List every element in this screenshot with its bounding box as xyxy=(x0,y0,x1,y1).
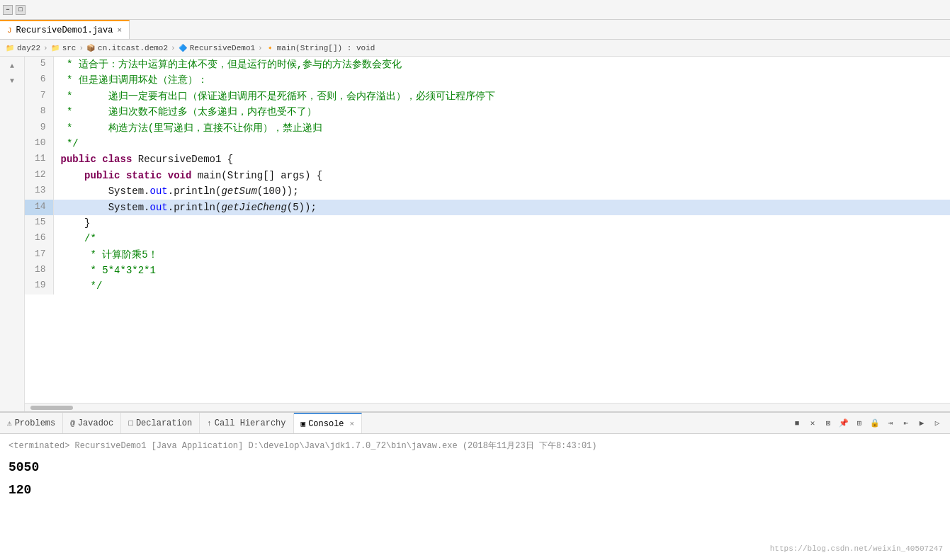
title-bar: − □ xyxy=(0,0,950,20)
console-content: <terminated> RecursiveDemo1 [Java Applic… xyxy=(0,434,950,560)
src-icon: 📁 xyxy=(51,44,60,52)
breadcrumb-day22[interactable]: day22 xyxy=(17,44,40,52)
javadoc-tab-label: Javadoc xyxy=(78,418,113,428)
line-number: 6 xyxy=(25,72,53,88)
problems-tab-icon: ⚠ xyxy=(7,418,12,428)
callhierarchy-tab-label: Call Hierarchy xyxy=(215,418,286,428)
line-number: 11 xyxy=(25,152,53,167)
line-content: public static void main(String[] args) { xyxy=(53,168,950,183)
line-content: */ xyxy=(53,136,950,152)
pin-button[interactable]: 📌 xyxy=(837,416,851,430)
left-gutter: ▲ ▼ xyxy=(0,57,25,411)
scroll-thumb[interactable] xyxy=(30,406,73,410)
line-number: 13 xyxy=(25,183,53,199)
line-number: 10 xyxy=(25,136,53,152)
stop-button[interactable]: ■ xyxy=(790,416,804,430)
line-content: /* xyxy=(53,231,950,246)
console-output-line-2: 120 xyxy=(9,479,941,501)
line-number: 5 xyxy=(25,57,53,72)
line-content: * 递归次数不能过多（太多递归，内存也受不了） xyxy=(53,104,950,120)
editor-area: 5 * 适合于：方法中运算的主体不变，但是运行的时候,参与的方法参数会变化6 *… xyxy=(25,57,950,411)
code-table: 5 * 适合于：方法中运算的主体不变，但是运行的时候,参与的方法参数会变化6 *… xyxy=(25,57,950,295)
line-number: 9 xyxy=(25,120,53,136)
line-number: 17 xyxy=(25,247,53,263)
problems-tab-label: Problems xyxy=(15,418,56,428)
minimize-button[interactable]: − xyxy=(3,5,13,15)
horizontal-scrollbar[interactable] xyxy=(25,403,950,411)
tab-filename: RecursiveDemo1.java xyxy=(16,25,113,35)
line-content: public class RecursiveDemo1 { xyxy=(53,152,950,167)
tab-close-button[interactable]: × xyxy=(117,26,122,35)
line-number: 8 xyxy=(25,104,53,120)
line-content: } xyxy=(53,215,950,231)
line-content: * 计算阶乘5！ xyxy=(53,247,950,263)
collapse-down-button[interactable]: ▼ xyxy=(9,76,16,86)
bottom-panel: ⚠Problems@Javadoc□Declaration↑Call Hiera… xyxy=(0,411,950,560)
console-toolbar: ■ ✕ ⊠ 📌 ⊞ 🔒 ⇥ ⇤ ▶ ▷ xyxy=(790,416,950,430)
breadcrumb-class[interactable]: RecursiveDemo1 xyxy=(190,44,255,52)
line-number: 18 xyxy=(25,263,53,278)
window-controls: − □ xyxy=(3,5,26,15)
line-content: System.out.println(getJieCheng(5)); xyxy=(53,200,950,215)
line-content: * 5*4*3*2*1 xyxy=(53,263,950,278)
line-content: */ xyxy=(53,278,950,294)
java-file-icon: J xyxy=(7,26,12,35)
code-container[interactable]: 5 * 适合于：方法中运算的主体不变，但是运行的时候,参与的方法参数会变化6 *… xyxy=(25,57,950,403)
line-number: 12 xyxy=(25,168,53,183)
scroll-lock-button[interactable]: 🔒 xyxy=(868,416,882,430)
console-terminated-text: <terminated> RecursiveDemo1 [Java Applic… xyxy=(9,440,941,452)
line-number: 19 xyxy=(25,278,53,294)
remove-button[interactable]: ✕ xyxy=(805,416,820,430)
console-tab-label: Console xyxy=(308,419,344,429)
line-content: * 适合于：方法中运算的主体不变，但是运行的时候,参与的方法参数会变化 xyxy=(53,57,950,72)
console-tab-close[interactable]: × xyxy=(350,420,355,428)
bottom-tab-console[interactable]: ▣Console× xyxy=(294,413,363,433)
bottom-tab-problems[interactable]: ⚠Problems xyxy=(0,413,63,433)
view-menu-button[interactable]: ▷ xyxy=(930,416,944,430)
line-number: 15 xyxy=(25,215,53,231)
console-output-line-1: 5050 xyxy=(9,456,941,479)
declaration-tab-icon: □ xyxy=(128,419,133,428)
word-wrap-button[interactable]: ⇥ xyxy=(883,416,898,430)
line-content: System.out.println(getSum(100)); xyxy=(53,183,950,199)
javadoc-tab-icon: @ xyxy=(70,419,75,428)
tab-bar: J RecursiveDemo1.java × xyxy=(0,20,950,40)
open-console-button[interactable]: ▶ xyxy=(915,416,929,430)
new-console-button[interactable]: ⊞ xyxy=(852,416,866,430)
line-number: 7 xyxy=(25,88,53,104)
bottom-tab-declaration[interactable]: □Declaration xyxy=(121,413,200,433)
bottom-tab-bar: ⚠Problems@Javadoc□Declaration↑Call Hiera… xyxy=(0,413,950,434)
callhierarchy-tab-icon: ↑ xyxy=(207,419,212,428)
bottom-tab-callhierarchy[interactable]: ↑Call Hierarchy xyxy=(200,413,293,433)
breadcrumb: 📁 day22 › 📁 src › 📦 cn.itcast.demo2 › 🔷 … xyxy=(0,40,950,57)
editor-tab-recursive[interactable]: J RecursiveDemo1.java × xyxy=(0,20,130,39)
class-icon: 🔷 xyxy=(179,44,187,52)
breadcrumb-src[interactable]: src xyxy=(62,44,77,52)
console-tab-icon: ▣ xyxy=(301,419,306,428)
folder-icon: 📁 xyxy=(6,44,14,52)
declaration-tab-label: Declaration xyxy=(136,418,192,428)
breadcrumb-method[interactable]: main(String[]) : void xyxy=(277,44,375,52)
scroll-end-button[interactable]: ⇤ xyxy=(899,416,913,430)
remove-all-button[interactable]: ⊠ xyxy=(821,416,835,430)
line-number: 14 xyxy=(25,200,53,215)
collapse-up-button[interactable]: ▲ xyxy=(9,61,16,72)
method-icon: 🔸 xyxy=(266,44,274,52)
line-content: * 递归一定要有出口（保证递归调用不是死循环，否则，会内存溢出），必须可让程序停… xyxy=(53,88,950,104)
line-content: * 但是递归调用坏处（注意）： xyxy=(53,72,950,88)
breadcrumb-package[interactable]: cn.itcast.demo2 xyxy=(98,44,168,52)
line-number: 16 xyxy=(25,231,53,246)
restore-button[interactable]: □ xyxy=(16,5,26,15)
bottom-tab-javadoc[interactable]: @Javadoc xyxy=(63,413,121,433)
package-icon: 📦 xyxy=(86,44,95,52)
line-content: * 构造方法(里写递归，直接不让你用），禁止递归 xyxy=(53,120,950,136)
main-area: ▲ ▼ 5 * 适合于：方法中运算的主体不变，但是运行的时候,参与的方法参数会变… xyxy=(0,57,950,411)
console-output: 5050 120 xyxy=(9,456,941,502)
